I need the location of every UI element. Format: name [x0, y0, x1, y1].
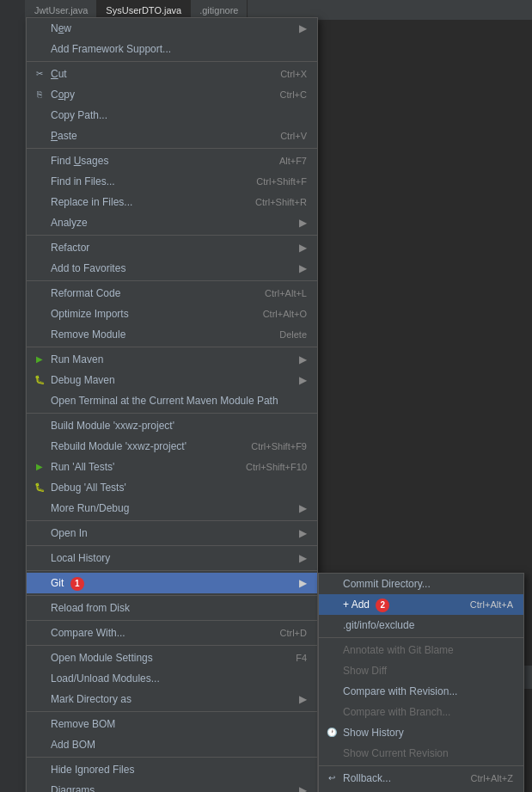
run-tests-icon: ▶ [34, 461, 46, 473]
debug-maven-arrow: ▶ [299, 370, 307, 390]
separator-1 [27, 61, 317, 62]
separator-5 [27, 347, 317, 347]
separator-2 [27, 148, 317, 149]
menu-item-compare[interactable]: Compare With... Ctrl+D [27, 623, 317, 643]
sub-separator-1 [319, 637, 523, 638]
menu-item-hide-ignored[interactable]: Hide Ignored Files [27, 759, 317, 780]
menu-item-find-files[interactable]: Find in Files... Ctrl+Shift+F [27, 171, 317, 192]
separator-4 [27, 280, 317, 281]
menu-item-reformat[interactable]: Reformat Code Ctrl+Alt+L [27, 283, 317, 304]
run-icon: ▶ [34, 353, 46, 365]
submenu-item-show-revision: Show Current Revision [319, 743, 523, 764]
menu-item-debug-maven[interactable]: 🐛 Debug Maven ▶ [27, 370, 317, 390]
submenu-item-show-diff: Show Diff [319, 660, 523, 681]
separator-10 [27, 595, 317, 596]
menu-item-remove-module[interactable]: Remove Module Delete [27, 324, 317, 345]
submenu-item-commit[interactable]: Commit Directory... [319, 574, 523, 594]
separator-13 [27, 711, 317, 712]
menu-item-mark-directory[interactable]: Mark Directory as ▶ [27, 689, 317, 709]
menu-item-more-run[interactable]: More Run/Debug ▶ [27, 498, 317, 519]
favorites-arrow: ▶ [299, 258, 307, 279]
submenu-item-annotate: Annotate with Git Blame [319, 640, 523, 660]
arrow-icon: ▶ [299, 18, 307, 39]
debug-icon: 🐛 [34, 374, 46, 386]
submenu-item-compare-revision[interactable]: Compare with Revision... [319, 681, 523, 702]
menu-item-paste[interactable]: Paste Ctrl+V [27, 126, 317, 146]
separator-11 [27, 620, 317, 621]
submenu-item-compare-branch: Compare with Branch... [319, 702, 523, 722]
menu-item-find-usages[interactable]: Find Usages Alt+F7 [27, 150, 317, 171]
menu-item-run-all-tests[interactable]: ▶ Run 'All Tests' Ctrl+Shift+F10 [27, 457, 317, 477]
diagrams-arrow: ▶ [299, 780, 307, 792]
git-arrow: ▶ [299, 573, 307, 593]
separator-7 [27, 520, 317, 521]
menu-item-open-in[interactable]: Open In ▶ [27, 523, 317, 543]
menu-item-replace-files[interactable]: Replace in Files... Ctrl+Shift+R [27, 192, 317, 212]
clock-icon: 🕐 [326, 727, 338, 739]
menu-item-add-bom[interactable]: Add BOM [27, 734, 317, 755]
context-menu: New ▶ Add Framework Support... ✂ Cut Ctr… [26, 17, 318, 792]
menu-item-build-module[interactable]: Build Module 'xxwz-project' [27, 415, 317, 436]
menu-item-refactor[interactable]: Refactor ▶ [27, 237, 317, 258]
menu-item-rebuild-module[interactable]: Rebuild Module 'xxwz-project' Ctrl+Shift… [27, 436, 317, 457]
run-maven-arrow: ▶ [299, 349, 307, 370]
add-badge: 2 [376, 599, 389, 612]
separator-14 [27, 757, 317, 758]
menu-item-cut[interactable]: ✂ Cut Ctrl+X [27, 64, 317, 84]
refactor-arrow: ▶ [299, 237, 307, 258]
menu-item-open-terminal[interactable]: Open Terminal at the Current Maven Modul… [27, 390, 317, 411]
menu-item-remove-bom[interactable]: Remove BOM [27, 714, 317, 734]
submenu-item-push[interactable]: ↑ Push... Ctrl+Shift+K [319, 789, 523, 792]
rollback-icon: ↩ [326, 772, 338, 784]
menu-item-run-maven[interactable]: ▶ Run Maven ▶ [27, 349, 317, 370]
copy-icon: ⎘ [34, 89, 46, 101]
menu-item-module-settings[interactable]: Open Module Settings F4 [27, 648, 317, 668]
left-gutter [0, 0, 26, 792]
mark-dir-arrow: ▶ [299, 689, 307, 709]
open-in-arrow: ▶ [299, 523, 307, 543]
debug-tests-icon: 🐛 [34, 482, 46, 494]
menu-item-git[interactable]: Git 1 ▶ [27, 573, 317, 593]
menu-item-add-framework[interactable]: Add Framework Support... [27, 39, 317, 59]
cut-icon: ✂ [34, 68, 46, 80]
git-submenu: Commit Directory... + Add 2 Ctrl+Alt+A .… [318, 573, 524, 792]
sub-separator-2 [319, 765, 523, 766]
submenu-item-rollback[interactable]: ↩ Rollback... Ctrl+Alt+Z [319, 768, 523, 789]
analyze-arrow: ▶ [299, 212, 307, 233]
menu-item-debug-all-tests[interactable]: 🐛 Debug 'All Tests' [27, 477, 317, 498]
submenu-item-add[interactable]: + Add 2 Ctrl+Alt+A [319, 594, 523, 615]
git-badge: 1 [70, 577, 84, 591]
separator-12 [27, 645, 317, 646]
separator-3 [27, 235, 317, 236]
menu-item-reload[interactable]: Reload from Disk [27, 598, 317, 618]
local-history-arrow: ▶ [299, 548, 307, 568]
separator-9 [27, 570, 317, 571]
menu-item-copy-path[interactable]: Copy Path... [27, 105, 317, 126]
menu-item-diagrams[interactable]: Diagrams ▶ [27, 780, 317, 792]
submenu-item-git-exclude[interactable]: .git/info/exclude [319, 615, 523, 635]
menu-item-add-favorites[interactable]: Add to Favorites ▶ [27, 258, 317, 279]
separator-6 [27, 413, 317, 414]
menu-item-new[interactable]: New ▶ [27, 18, 317, 39]
separator-8 [27, 545, 317, 546]
menu-item-analyze[interactable]: Analyze ▶ [27, 212, 317, 233]
menu-item-load-modules[interactable]: Load/Unload Modules... [27, 668, 317, 689]
submenu-item-show-history[interactable]: 🕐 Show History [319, 722, 523, 743]
more-run-arrow: ▶ [299, 498, 307, 519]
menu-item-copy[interactable]: ⎘ Copy Ctrl+C [27, 84, 317, 105]
menu-item-optimize-imports[interactable]: Optimize Imports Ctrl+Alt+O [27, 304, 317, 324]
menu-item-local-history[interactable]: Local History ▶ [27, 548, 317, 568]
